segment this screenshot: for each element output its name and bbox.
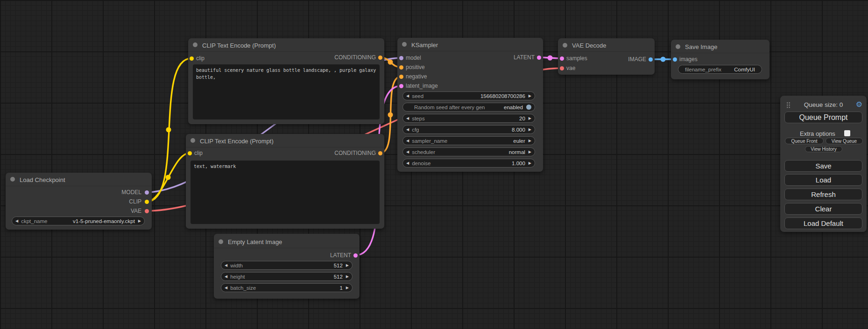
input-port-model[interactable]: [399, 56, 403, 60]
collapse-dot-icon[interactable]: [402, 42, 407, 47]
increment-arrow-icon[interactable]: ▶: [529, 150, 531, 154]
increment-arrow-icon[interactable]: ▶: [346, 286, 349, 290]
decrement-arrow-icon[interactable]: ◀: [225, 264, 227, 267]
collapse-dot-icon[interactable]: [193, 42, 198, 47]
node-title: VAE Decode: [572, 42, 606, 49]
decrement-arrow-icon[interactable]: ◀: [225, 275, 227, 279]
ckpt-name-widget[interactable]: ◀ ckpt_name v1-5-pruned-emaonly.ckpt ▶: [12, 217, 145, 225]
width-widget[interactable]: ◀ width 512 ▶: [221, 261, 353, 270]
scheduler-widget[interactable]: ◀ scheduler normal ▶: [402, 147, 535, 156]
collapse-dot-icon[interactable]: [676, 44, 680, 49]
cfg-widget[interactable]: ◀ cfg 8.000 ▶: [402, 125, 535, 134]
batch-size-widget[interactable]: ◀ batch_size 1 ▶: [221, 283, 353, 292]
prompt-textarea[interactable]: beautiful scenery nature glass bottle la…: [193, 64, 380, 119]
decrement-arrow-icon[interactable]: ◀: [406, 128, 409, 132]
load-button[interactable]: Load: [784, 174, 862, 186]
output-port-conditioning[interactable]: [378, 56, 382, 60]
output-label-image: IMAGE: [628, 56, 646, 63]
collapse-dot-icon[interactable]: [10, 177, 15, 182]
refresh-button[interactable]: Refresh: [784, 189, 862, 200]
input-port-vae[interactable]: [560, 66, 564, 70]
input-label-clip: clip: [194, 150, 203, 156]
input-label-vae: vae: [566, 65, 575, 71]
input-port-clip[interactable]: [190, 56, 194, 61]
widget-label: ckpt_name: [21, 218, 47, 224]
output-label-conditioning: CONDITIONING: [334, 150, 376, 156]
output-port-clip[interactable]: [145, 200, 149, 204]
collapse-dot-icon[interactable]: [219, 239, 223, 244]
view-history-button[interactable]: View History: [805, 146, 842, 152]
input-port-images[interactable]: [673, 57, 677, 62]
decrement-arrow-icon[interactable]: ◀: [406, 139, 409, 143]
node-graph-canvas[interactable]: Load Checkpoint MODEL CLIP VAE ◀ ckpt_na…: [0, 0, 868, 329]
collapse-dot-icon[interactable]: [563, 43, 567, 48]
sampler-name-widget[interactable]: ◀ sampler_name euler ▶: [402, 136, 535, 145]
output-port-latent[interactable]: [353, 253, 358, 258]
toggle-enabled-icon[interactable]: [526, 105, 531, 110]
node-clip-text-encode-positive[interactable]: CLIP Text Encode (Prompt) clip CONDITION…: [188, 38, 384, 124]
extra-options-checkbox[interactable]: [844, 130, 850, 136]
node-title-bar[interactable]: CLIP Text Encode (Prompt): [188, 38, 384, 52]
node-clip-text-encode-negative[interactable]: CLIP Text Encode (Prompt) clip CONDITION…: [186, 134, 384, 229]
decrement-arrow-icon[interactable]: ◀: [406, 150, 409, 154]
link-midpoint-dot: [388, 60, 393, 65]
input-port-positive[interactable]: [399, 65, 403, 70]
random-seed-toggle-widget[interactable]: Random seed after every gen enabled: [402, 103, 535, 112]
input-port-clip[interactable]: [188, 151, 192, 155]
queue-prompt-button[interactable]: Queue Prompt: [784, 112, 862, 123]
denoise-widget[interactable]: ◀ denoise 1.000 ▶: [402, 159, 535, 168]
view-queue-button[interactable]: View Queue: [826, 138, 863, 144]
output-port-conditioning[interactable]: [378, 151, 382, 155]
save-button[interactable]: Save: [784, 160, 862, 172]
output-port-image[interactable]: [649, 57, 653, 62]
widget-label: denoise: [412, 161, 430, 166]
clear-button[interactable]: Clear: [784, 203, 862, 215]
node-empty-latent-image[interactable]: Empty Latent Image LATENT ◀ width 512 ▶ …: [214, 234, 360, 299]
node-title-bar[interactable]: Empty Latent Image: [214, 234, 360, 248]
queue-front-button[interactable]: Queue Front: [785, 138, 824, 144]
input-port-samples[interactable]: [560, 56, 564, 61]
increment-arrow-icon[interactable]: ▶: [138, 219, 141, 223]
input-port-latent-image[interactable]: [399, 84, 403, 88]
decrement-arrow-icon[interactable]: ◀: [406, 161, 409, 165]
node-title-bar[interactable]: Load Checkpoint: [6, 173, 152, 186]
output-port-latent[interactable]: [537, 56, 541, 60]
node-title: CLIP Text Encode (Prompt): [202, 42, 276, 49]
node-save-image[interactable]: Save Image images filename_prefix ComfyU…: [671, 40, 769, 79]
widget-value: normal: [509, 149, 525, 155]
output-port-model[interactable]: [145, 190, 149, 195]
load-default-button[interactable]: Load Default: [784, 217, 862, 229]
seed-widget[interactable]: ◀ seed 156680208700286 ▶: [402, 91, 535, 100]
increment-arrow-icon[interactable]: ▶: [346, 264, 349, 267]
node-title-bar[interactable]: Save Image: [671, 40, 769, 53]
decrement-arrow-icon[interactable]: ◀: [15, 219, 18, 223]
filename-prefix-widget[interactable]: filename_prefix ComfyUI: [678, 65, 762, 74]
decrement-arrow-icon[interactable]: ◀: [406, 117, 409, 120]
input-label-samples: samples: [566, 55, 587, 62]
increment-arrow-icon[interactable]: ▶: [529, 94, 531, 98]
widget-label: Random seed after every gen: [414, 105, 485, 110]
gear-icon[interactable]: ⚙: [856, 101, 862, 108]
increment-arrow-icon[interactable]: ▶: [529, 161, 531, 165]
increment-arrow-icon[interactable]: ▶: [529, 128, 531, 132]
decrement-arrow-icon[interactable]: ◀: [225, 286, 227, 290]
increment-arrow-icon[interactable]: ▶: [529, 139, 531, 143]
prompt-textarea[interactable]: text, watermark: [191, 161, 380, 224]
decrement-arrow-icon[interactable]: ◀: [406, 94, 409, 98]
node-load-checkpoint[interactable]: Load Checkpoint MODEL CLIP VAE ◀ ckpt_na…: [6, 173, 152, 230]
increment-arrow-icon[interactable]: ▶: [346, 275, 349, 279]
collapse-dot-icon[interactable]: [191, 138, 195, 143]
node-title-bar[interactable]: KSampler: [397, 38, 543, 51]
input-port-negative[interactable]: [399, 75, 403, 79]
node-title-bar[interactable]: VAE Decode: [558, 38, 655, 52]
widget-value: 8.000: [512, 127, 525, 133]
node-title-bar[interactable]: CLIP Text Encode (Prompt): [186, 134, 384, 147]
output-port-vae[interactable]: [145, 209, 149, 213]
widget-label: cfg: [412, 127, 419, 133]
height-widget[interactable]: ◀ height 512 ▶: [221, 272, 353, 281]
widget-label: height: [230, 274, 245, 280]
node-vae-decode[interactable]: VAE Decode samples vae IMAGE: [558, 38, 655, 75]
node-ksampler[interactable]: KSampler model positive negative latent_…: [397, 38, 543, 172]
steps-widget[interactable]: ◀ steps 20 ▶: [402, 114, 535, 123]
increment-arrow-icon[interactable]: ▶: [529, 117, 531, 120]
